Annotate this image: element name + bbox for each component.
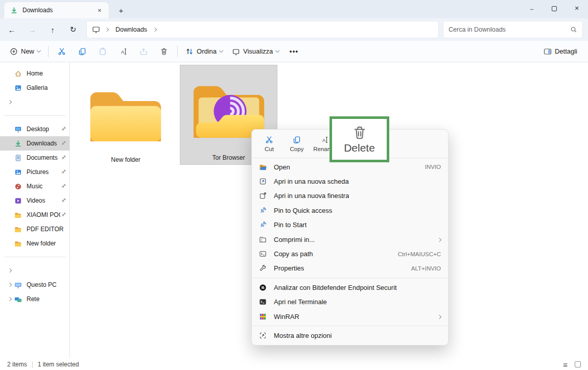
cut-button[interactable] [52,43,72,60]
menu-divider [252,278,448,278]
share-button[interactable] [133,43,154,60]
rename-button[interactable]: A [113,43,133,60]
chevron-right-icon [8,297,12,301]
terminal-icon [259,298,268,306]
submenu-chevron-icon [437,315,441,319]
sidebar-item-videos[interactable]: Videos [0,193,69,208]
tab-title: Downloads [22,7,95,14]
sidebar-item-pdf-editor[interactable]: PDF EDITOR [0,222,69,236]
sort-button[interactable]: Ordina [181,43,227,60]
new-tab-button[interactable]: + [114,4,128,17]
quick-copy-button[interactable]: Copy [285,132,309,156]
navigation-sidebar: Home Galleria Desktop [0,62,70,359]
sidebar-item-galleria[interactable]: Galleria [0,81,69,95]
sidebar-divider [4,115,65,116]
menu-item-copy-as-path[interactable]: Copy as path Ctrl+MAIUSC+C [252,246,448,261]
quick-cut-button[interactable]: Cut [257,132,281,156]
sidebar-item-pictures[interactable]: Pictures [0,165,69,179]
pin-icon [60,198,67,204]
trash-icon [160,47,168,56]
address-bar[interactable]: Downloads [87,21,438,38]
this-pc-icon [92,26,100,34]
menu-item-open-terminal[interactable]: Apri nel Terminale [252,295,448,309]
sidebar-item-documents[interactable]: Documents [0,151,69,165]
scissors-icon [265,136,273,144]
search-input[interactable] [449,26,570,33]
large-icons-view-toggle-icon[interactable] [575,361,581,367]
more-options-button[interactable]: ••• [284,43,304,60]
tab-close-icon[interactable]: ✕ [95,5,105,15]
delete-button[interactable] [154,43,174,60]
file-name: New folder [111,156,140,163]
menu-item-winrar[interactable]: WinRAR [252,309,448,324]
sidebar-item-desktop[interactable]: Desktop [0,122,69,136]
sidebar-item-rete[interactable]: Rete [0,292,69,306]
command-toolbar: New A Ordina Visualizza [0,41,588,62]
svg-text:A: A [322,137,326,142]
sidebar-item-new-folder[interactable]: New folder [0,236,69,251]
sidebar-expander[interactable] [0,95,69,109]
tab-downloads[interactable]: Downloads ✕ [4,2,109,18]
selected-count: 1 item selected [38,361,79,368]
back-button[interactable]: ← [3,21,20,38]
menu-item-compress[interactable]: Comprimi in... [252,232,448,246]
minimize-button[interactable]: – [521,0,543,17]
folder-open-icon [259,163,268,171]
folder-icon [14,225,22,233]
pin-icon [259,206,268,214]
trash-icon [352,125,367,141]
menu-item-pin-quick-access[interactable]: Pin to Quick access [252,203,448,217]
music-icon [14,182,22,190]
sidebar-item-downloads[interactable]: Downloads [0,136,69,151]
breadcrumb-downloads[interactable]: Downloads [115,26,147,33]
menu-item-open-new-tab[interactable]: Apri in una nuova scheda [252,174,448,188]
scissors-icon [58,47,66,56]
menu-item-open-new-window[interactable]: Apri in una nuova finestra [252,189,448,203]
sidebar-item-home[interactable]: Home [0,66,69,81]
menu-item-show-more-options[interactable]: Mostra altre opzioni [252,328,448,342]
pin-icon [60,140,67,146]
list-view-toggle-icon[interactable]: ≡ [563,361,568,368]
chevron-right-icon [8,100,12,104]
folder-icon [85,82,166,153]
up-button[interactable]: ↑ [44,21,61,38]
sidebar-item-questo-pc[interactable]: Questo PC [0,278,69,292]
open-in-new-window-icon [259,192,268,200]
details-pane-button[interactable]: Dettagli [539,43,582,60]
document-icon [14,154,22,162]
copy-button[interactable] [72,43,92,60]
new-button[interactable]: New [5,43,45,60]
bitdefender-icon: B [259,283,268,291]
paste-button[interactable] [92,43,113,60]
winrar-icon [259,312,268,320]
file-tile-new-folder[interactable]: New folder [82,66,170,166]
svg-text:A: A [121,48,125,54]
navigation-bar: ← → ↑ ↻ Downloads [0,18,588,41]
delete-highlight-box[interactable]: Delete [330,116,389,162]
close-button[interactable]: ✕ [566,0,588,17]
paste-icon [99,47,107,56]
chevron-down-icon [37,48,41,53]
breadcrumb-chevron-icon[interactable] [153,28,157,32]
rename-icon: A [320,136,328,144]
refresh-button[interactable]: ↻ [64,21,82,38]
forward-button[interactable]: → [23,21,41,38]
wrench-icon [259,264,268,273]
menu-item-bitdefender-scan[interactable]: B Analizar con Bitdefender Endpoint Secu… [252,280,448,294]
view-button[interactable]: Visualizza [227,43,284,60]
menu-item-pin-start[interactable]: Pin to Start [252,218,448,232]
file-explorer-window: Downloads ✕ + – ✕ ← → ↑ ↻ Downloads [0,0,588,370]
this-pc-icon [14,281,22,289]
items-count: 2 items [7,361,27,368]
search-icon [570,26,577,33]
view-button-label: Visualizza [243,47,273,55]
details-pane-label: Dettagli [555,47,577,55]
pictures-icon [14,168,22,176]
sidebar-expander[interactable] [0,263,69,278]
sidebar-item-xiaomi-poco[interactable]: XIAOMI POCO F [0,208,69,222]
chevron-right-icon [8,283,12,287]
videos-icon [14,196,22,205]
maximize-button[interactable] [543,0,566,17]
sidebar-item-music[interactable]: Music [0,179,69,193]
menu-item-properties[interactable]: Properties ALT+INVIO [252,261,448,276]
